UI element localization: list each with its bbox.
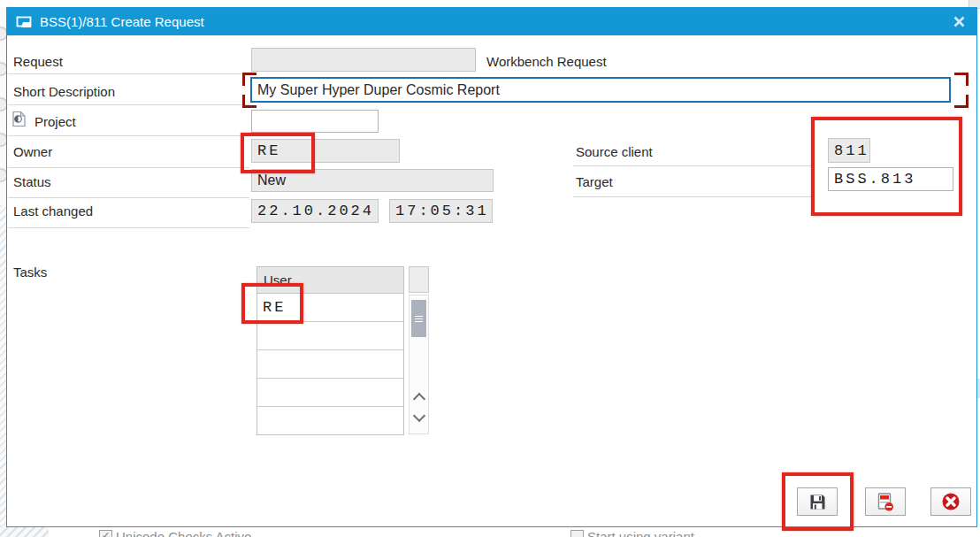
project-field[interactable] <box>251 110 379 133</box>
scroll-up-button[interactable] <box>409 387 429 406</box>
variant-checkbox[interactable] <box>570 530 584 537</box>
chevron-down-icon <box>412 410 425 422</box>
tasks-scrollbar <box>409 266 429 434</box>
row-selector-icon <box>0 133 6 147</box>
dialog-window-icon <box>16 15 33 29</box>
field-marker-icon <box>954 73 969 86</box>
create-request-dialog: BSS(1)/811 Create Request Request Short … <box>6 7 977 527</box>
task-user-cell[interactable] <box>257 322 403 350</box>
dialog-title: BSS(1)/811 Create Request <box>40 14 950 29</box>
divider <box>8 73 249 74</box>
divider <box>573 165 812 166</box>
row-selector-icon <box>0 168 6 182</box>
delete-request-button[interactable] <box>865 487 906 516</box>
project-label: Project <box>34 114 76 129</box>
divider <box>8 197 249 198</box>
row-selector-icon <box>0 97 6 111</box>
divider <box>8 104 249 105</box>
row-selector-icon <box>0 27 6 41</box>
unicode-checkbox-label: Unicode Checks Active <box>116 529 251 537</box>
workbench-request-label: Workbench Request <box>486 54 607 69</box>
task-user-cell[interactable] <box>257 407 403 435</box>
background-app-row: ✓ Unicode Checks Active Start using vari… <box>49 528 980 537</box>
dialog-titlebar[interactable]: BSS(1)/811 Create Request <box>7 8 976 35</box>
owner-field: RE <box>251 139 400 163</box>
project-icon <box>11 111 27 131</box>
cancel-x-icon <box>941 492 961 511</box>
request-delete-icon <box>876 492 895 512</box>
close-icon[interactable] <box>950 13 968 31</box>
scroll-down-button[interactable] <box>409 408 429 427</box>
divider <box>573 196 812 197</box>
task-user-cell[interactable]: RE <box>257 294 403 322</box>
scrollbar-corner <box>409 266 429 293</box>
divider <box>8 135 249 136</box>
task-user-cell[interactable] <box>257 350 403 379</box>
field-marker-icon <box>242 95 256 108</box>
status-field: New <box>251 169 494 192</box>
hatch-pattern <box>0 205 6 525</box>
request-label: Request <box>13 54 63 69</box>
divider <box>8 167 249 168</box>
short-description-field[interactable]: My Super Hyper Duper Cosmic Report <box>250 77 951 103</box>
cancel-button[interactable] <box>930 487 971 516</box>
request-field <box>251 48 476 72</box>
variant-checkbox-label: Start using variant <box>587 529 694 537</box>
tasks-table: User RE <box>256 266 404 435</box>
field-marker-icon <box>954 95 969 108</box>
save-button[interactable] <box>797 487 838 516</box>
last-changed-time-field: 17:05:31 <box>389 199 493 223</box>
background-window-edge <box>0 7 6 525</box>
screen: ✓ Unicode Checks Active Start using vari… <box>0 0 980 537</box>
last-changed-label: Last changed <box>13 203 93 219</box>
scrollbar-thumb[interactable] <box>411 300 426 337</box>
target-field[interactable]: BSS.813 <box>828 167 953 191</box>
short-description-label: Short Description <box>13 84 115 99</box>
row-selector-icon <box>0 62 6 76</box>
field-marker-icon <box>242 73 256 86</box>
status-label: Status <box>13 174 51 189</box>
chevron-up-icon <box>412 392 425 404</box>
unicode-checkbox[interactable]: ✓ <box>99 530 112 537</box>
source-client-label: Source client <box>576 144 653 159</box>
source-client-field: 811 <box>828 138 870 163</box>
target-label: Target <box>576 174 613 189</box>
task-user-cell[interactable] <box>257 379 403 407</box>
tasks-column-header[interactable]: User <box>257 267 403 294</box>
tasks-label: Tasks <box>13 265 47 280</box>
last-changed-date-field: 22.10.2024 <box>251 199 379 223</box>
owner-label: Owner <box>13 144 52 159</box>
floppy-disk-icon <box>808 493 827 511</box>
divider <box>8 227 249 228</box>
